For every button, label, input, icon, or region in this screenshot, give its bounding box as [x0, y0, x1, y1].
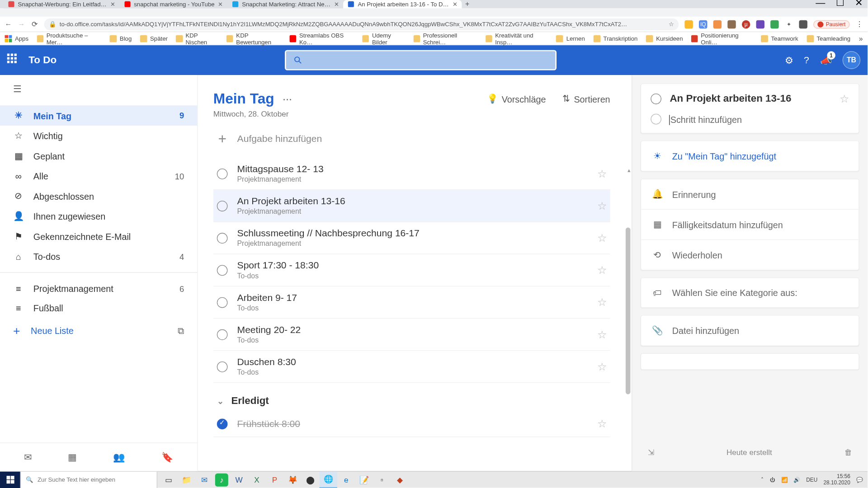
spotify-icon[interactable]: ♪	[215, 473, 228, 486]
address-input[interactable]: 🔒 to-do.office.com/tasks/id/AAMkADQ1YjVj…	[44, 18, 679, 30]
task-checkbox[interactable]	[217, 297, 228, 308]
task-row[interactable]: Mittagspause 12- 13Projektmanagement☆	[213, 158, 610, 190]
wifi-icon[interactable]: 📶	[781, 477, 788, 483]
extensions-menu-icon[interactable]	[799, 20, 807, 28]
announcements-icon[interactable]: 📣1	[820, 55, 832, 66]
mail-icon[interactable]: ✉	[24, 451, 32, 463]
bookmark-item[interactable]: Streamlabs OBS Ko…	[290, 32, 354, 45]
user-avatar[interactable]: TB	[843, 51, 861, 69]
star-url-icon[interactable]: ☆	[669, 21, 674, 27]
app-icon[interactable]: ◆	[391, 471, 409, 488]
task-checkbox-checked[interactable]	[217, 419, 228, 430]
detail-checkbox[interactable]	[651, 94, 661, 104]
extension-icon[interactable]	[684, 20, 693, 28]
file-explorer-icon[interactable]: 📁	[178, 471, 196, 488]
notifications-tray-icon[interactable]: 💬	[856, 477, 863, 483]
bookmark-item[interactable]: Positionierung Onli…	[691, 32, 753, 45]
obs-icon[interactable]: ⬤	[302, 471, 320, 488]
chrome-icon[interactable]: 🌐	[319, 471, 337, 488]
power-icon[interactable]: ⏻	[770, 477, 775, 483]
sort-button[interactable]: ⇅Sortieren	[562, 94, 610, 104]
task-row[interactable]: Meeting 20- 22To-dos☆	[213, 319, 610, 351]
new-list-button[interactable]: +Neue Liste⧉	[0, 318, 197, 344]
task-row[interactable]: Schlussmeeting // Nachbesprechung 16-17P…	[213, 222, 610, 254]
category-card[interactable]: 🏷Wählen Sie eine Kategorie aus:	[641, 277, 859, 308]
clock[interactable]: 15:5628.10.2020	[823, 474, 850, 486]
detail-star-icon[interactable]: ☆	[840, 92, 849, 105]
search-input[interactable]	[285, 50, 557, 70]
sidebar-item-flagged[interactable]: ⚑Gekennzeichnete E-Mail	[0, 226, 197, 247]
bookmark-item[interactable]: Produktsuche – Mer…	[37, 32, 101, 45]
sidebar-item-myday[interactable]: ☀Mein Tag9	[0, 105, 197, 126]
task-row-selected[interactable]: An Projekt arbeiten 13-16Projektmanageme…	[213, 190, 610, 222]
calendar-footer-icon[interactable]: ▦	[68, 451, 77, 463]
task-checkbox[interactable]	[217, 361, 228, 372]
bookmark-item[interactable]: Teamwork	[761, 35, 798, 42]
task-row[interactable]: Sport 17:30 - 18:30To-dos☆	[213, 254, 610, 286]
add-step-input[interactable]: Schritt hinzufügen	[641, 114, 859, 133]
bookmark-apps[interactable]: Apps	[5, 35, 28, 42]
task-row-done[interactable]: Frühstück 8:00☆	[213, 412, 610, 437]
suggestions-button[interactable]: 💡Vorschläge	[487, 94, 546, 104]
scroll-up-icon[interactable]: ▴	[627, 167, 631, 173]
extension-icon[interactable]	[756, 20, 764, 28]
tab-close-icon[interactable]: ✕	[334, 1, 339, 7]
browser-tab[interactable]: snapchat marketing - YouTube✕	[120, 0, 228, 8]
firefox-icon[interactable]: 🦊	[283, 471, 302, 488]
completed-section-header[interactable]: ⌄Erledigt	[213, 383, 610, 411]
mail-app-icon[interactable]: ✉	[195, 471, 213, 488]
volume-icon[interactable]: 🔊	[793, 477, 800, 483]
browser-tab-active[interactable]: An Projekt arbeiten 13-16 - To D…✕	[344, 0, 462, 8]
task-row[interactable]: Duschen 8:30To-dos☆	[213, 351, 610, 383]
bookmark-item[interactable]: Transkription	[593, 35, 637, 42]
bookmark-item[interactable]: Kursideen	[646, 35, 683, 42]
help-icon[interactable]: ?	[804, 55, 809, 66]
task-star-icon[interactable]: ☆	[597, 167, 607, 180]
sidebar-item-todos[interactable]: ⌂To-dos4	[0, 247, 197, 266]
tab-close-icon[interactable]: ✕	[110, 1, 115, 7]
task-checkbox[interactable]	[217, 168, 228, 179]
edge-icon[interactable]: e	[337, 471, 355, 488]
browser-tab[interactable]: Snapchat-Werbung: Ein Leitfad…✕	[4, 0, 120, 8]
app-icon[interactable]: ▫	[373, 471, 391, 488]
file-card[interactable]: 📎Datei hinzufügen	[641, 315, 859, 346]
sync-paused-chip[interactable]: Pausiert	[813, 20, 849, 28]
task-star-icon[interactable]: ☆	[597, 418, 607, 431]
detail-title[interactable]: An Projekt arbeiten 13-16	[670, 93, 831, 105]
scrollbar-thumb[interactable]	[626, 227, 631, 394]
extension-icon[interactable]: IQ	[699, 20, 707, 28]
extension-icon[interactable]: μ	[742, 20, 750, 28]
new-tab-button[interactable]: +	[462, 0, 473, 8]
task-star-icon[interactable]: ☆	[597, 231, 607, 244]
excel-icon[interactable]: X	[248, 471, 266, 488]
bookmark-item[interactable]: Blog	[109, 35, 132, 42]
back-icon[interactable]: ←	[5, 20, 12, 28]
task-star-icon[interactable]: ☆	[597, 328, 607, 341]
task-star-icon[interactable]: ☆	[597, 199, 607, 212]
task-star-icon[interactable]: ☆	[597, 360, 607, 373]
hide-detail-icon[interactable]: ⇲	[648, 448, 654, 457]
more-menu-icon[interactable]: ⋯	[283, 93, 292, 104]
task-checkbox[interactable]	[217, 233, 228, 244]
tab-close-icon[interactable]: ✕	[218, 1, 223, 7]
attach-footer-icon[interactable]: 🔖	[161, 451, 173, 463]
reload-icon[interactable]: ⟳	[31, 20, 38, 28]
powerpoint-icon[interactable]: P	[266, 471, 284, 488]
extension-icon[interactable]: ✦	[785, 20, 793, 28]
bookmark-item[interactable]: KDP Bewertungen	[226, 32, 281, 45]
browser-tab[interactable]: Snapchat Marketing: Attract Ne…✕	[228, 0, 344, 8]
bookmark-item[interactable]: Teamleading	[807, 35, 850, 42]
bookmark-item[interactable]: Professionell Schrei…	[413, 32, 477, 45]
delete-task-icon[interactable]: 🗑	[844, 448, 852, 457]
myday-card[interactable]: ☀Zu "Mein Tag" hinzugefügt	[641, 141, 859, 172]
windows-search-input[interactable]: 🔍Zur Suche Text hier eingeben	[20, 471, 157, 488]
tray-chevron-icon[interactable]: ˄	[761, 477, 764, 483]
language-indicator[interactable]: DEU	[806, 477, 817, 483]
tab-close-icon[interactable]: ✕	[453, 1, 458, 7]
extension-icon[interactable]	[770, 20, 778, 28]
task-star-icon[interactable]: ☆	[597, 296, 607, 309]
new-group-icon[interactable]: ⧉	[178, 325, 184, 336]
window-minimize-icon[interactable]: —	[816, 0, 825, 8]
task-view-icon[interactable]: ▭	[160, 471, 178, 488]
bookmark-item[interactable]: KDP Nischen	[176, 32, 218, 45]
